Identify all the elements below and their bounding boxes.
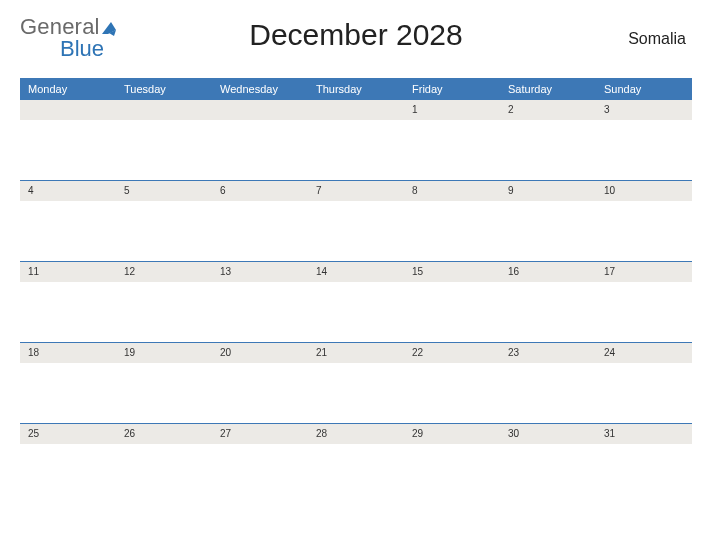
month-year-title: December 2028 xyxy=(20,12,692,52)
date-cell: 1 xyxy=(404,100,500,120)
header: General Blue December 2028 Somalia xyxy=(20,12,692,72)
day-body xyxy=(116,201,212,261)
date-cell: 8 xyxy=(404,181,500,201)
day-body xyxy=(212,444,308,504)
day-body xyxy=(308,444,404,504)
day-body xyxy=(500,120,596,180)
weekday-header: Friday xyxy=(404,78,500,99)
day-body xyxy=(596,363,692,423)
day-body xyxy=(500,444,596,504)
date-cell: 21 xyxy=(308,343,404,363)
date-cell: 3 xyxy=(596,100,692,120)
date-cell: 19 xyxy=(116,343,212,363)
day-body xyxy=(308,120,404,180)
date-cell xyxy=(116,100,212,120)
day-body xyxy=(212,363,308,423)
day-body xyxy=(404,363,500,423)
day-body xyxy=(596,282,692,342)
date-cell: 5 xyxy=(116,181,212,201)
date-cell: 7 xyxy=(308,181,404,201)
day-body xyxy=(116,363,212,423)
calendar-page: General Blue December 2028 Somalia Monda… xyxy=(0,0,712,524)
day-body xyxy=(404,444,500,504)
date-cell: 12 xyxy=(116,262,212,282)
date-cell: 4 xyxy=(20,181,116,201)
day-body xyxy=(212,282,308,342)
date-cell: 2 xyxy=(500,100,596,120)
day-body xyxy=(404,201,500,261)
day-body xyxy=(212,201,308,261)
weekday-header: Thursday xyxy=(308,78,404,99)
date-cell: 23 xyxy=(500,343,596,363)
week-row: 11 12 13 14 15 16 17 xyxy=(20,261,692,342)
day-body xyxy=(308,282,404,342)
week-row: 25 26 27 28 29 30 31 xyxy=(20,423,692,504)
day-body xyxy=(116,282,212,342)
day-body xyxy=(500,363,596,423)
date-cell: 26 xyxy=(116,424,212,444)
day-body xyxy=(212,120,308,180)
week-row: 1 2 3 xyxy=(20,99,692,180)
day-body xyxy=(308,201,404,261)
day-body xyxy=(20,444,116,504)
day-body xyxy=(20,363,116,423)
day-body xyxy=(20,201,116,261)
date-cell: 9 xyxy=(500,181,596,201)
date-cell xyxy=(308,100,404,120)
date-cell: 6 xyxy=(212,181,308,201)
date-cell: 25 xyxy=(20,424,116,444)
date-cell: 10 xyxy=(596,181,692,201)
weekday-header: Monday xyxy=(20,78,116,99)
day-body xyxy=(596,120,692,180)
date-cell: 17 xyxy=(596,262,692,282)
day-body xyxy=(20,282,116,342)
date-cell: 31 xyxy=(596,424,692,444)
weekday-header: Wednesday xyxy=(212,78,308,99)
day-body xyxy=(500,282,596,342)
day-body xyxy=(116,444,212,504)
date-cell: 13 xyxy=(212,262,308,282)
date-cell: 14 xyxy=(308,262,404,282)
date-cell: 24 xyxy=(596,343,692,363)
weekday-header: Tuesday xyxy=(116,78,212,99)
day-body xyxy=(308,363,404,423)
weekday-header: Sunday xyxy=(596,78,692,99)
week-row: 4 5 6 7 8 9 10 xyxy=(20,180,692,261)
day-body xyxy=(596,444,692,504)
day-body xyxy=(404,282,500,342)
date-cell: 20 xyxy=(212,343,308,363)
brand-mark-icon xyxy=(102,20,118,40)
date-cell: 28 xyxy=(308,424,404,444)
calendar-grid: Monday Tuesday Wednesday Thursday Friday… xyxy=(20,78,692,504)
brand-logo: General Blue xyxy=(20,14,118,40)
week-row: 18 19 20 21 22 23 24 xyxy=(20,342,692,423)
weekday-header-row: Monday Tuesday Wednesday Thursday Friday… xyxy=(20,78,692,99)
date-cell xyxy=(20,100,116,120)
weekday-header: Saturday xyxy=(500,78,596,99)
day-body xyxy=(116,120,212,180)
date-cell xyxy=(212,100,308,120)
date-cell: 11 xyxy=(20,262,116,282)
date-cell: 22 xyxy=(404,343,500,363)
date-cell: 16 xyxy=(500,262,596,282)
country-label: Somalia xyxy=(628,30,686,48)
day-body xyxy=(20,120,116,180)
day-body xyxy=(500,201,596,261)
day-body xyxy=(596,201,692,261)
date-cell: 27 xyxy=(212,424,308,444)
date-cell: 30 xyxy=(500,424,596,444)
date-cell: 18 xyxy=(20,343,116,363)
date-cell: 29 xyxy=(404,424,500,444)
day-body xyxy=(404,120,500,180)
brand-word-2: Blue xyxy=(60,36,104,62)
date-cell: 15 xyxy=(404,262,500,282)
